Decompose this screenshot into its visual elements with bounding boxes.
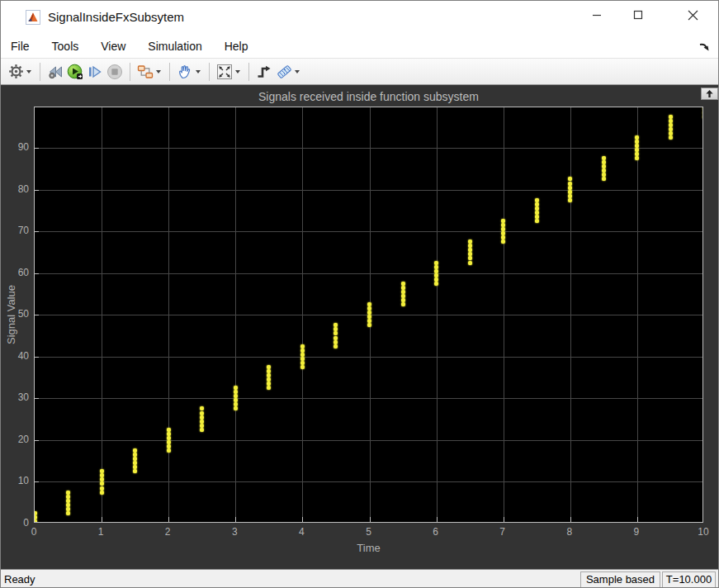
menu-view[interactable]: View <box>101 40 125 53</box>
x-tick-mark <box>637 517 638 522</box>
y-tick-mark <box>35 398 39 399</box>
data-point <box>167 432 171 436</box>
data-point <box>602 164 606 168</box>
menu-tools[interactable]: Tools <box>52 40 79 53</box>
data-point <box>434 261 438 265</box>
data-point <box>200 406 204 410</box>
data-point <box>133 448 137 453</box>
data-point <box>568 177 572 181</box>
x-tick-mark <box>102 517 102 522</box>
data-point <box>133 461 137 465</box>
gear-icon <box>8 64 24 79</box>
data-point <box>300 361 305 365</box>
stop-button[interactable] <box>105 62 125 82</box>
gridline-horizontal <box>35 148 702 149</box>
data-point <box>167 436 171 440</box>
menu-help[interactable]: Help <box>225 40 248 53</box>
data-point <box>635 140 639 144</box>
data-point <box>66 499 70 503</box>
data-point <box>300 365 305 369</box>
gridline-horizontal <box>35 481 702 482</box>
maximize-button[interactable] <box>619 1 657 29</box>
data-point <box>100 486 104 491</box>
data-point <box>434 273 438 277</box>
y-tick-label: 20 <box>1 434 29 445</box>
data-point <box>234 406 238 410</box>
data-point <box>401 282 405 286</box>
data-point <box>333 323 338 327</box>
data-point <box>635 135 639 140</box>
data-point <box>367 323 371 327</box>
data-point <box>501 223 505 227</box>
highlight-block-dropdown-icon[interactable] <box>156 70 161 74</box>
x-tick-label: 3 <box>232 526 238 538</box>
data-point <box>133 465 137 469</box>
maximize-icon <box>633 10 643 20</box>
data-point <box>367 302 371 306</box>
run-button[interactable] <box>65 62 85 82</box>
data-point <box>669 131 673 135</box>
fit-to-view-button[interactable] <box>215 62 234 82</box>
settings-dropdown-icon[interactable] <box>26 70 31 74</box>
data-point <box>34 515 37 519</box>
scope-figure: Signals received inside function subsyst… <box>1 85 719 569</box>
fit-to-view-dropdown-icon[interactable] <box>235 70 240 74</box>
highlight-block-button[interactable] <box>135 62 155 82</box>
gridline-horizontal <box>35 231 702 232</box>
data-point <box>34 511 37 515</box>
x-tick-label: 10 <box>698 526 708 538</box>
data-point <box>367 306 371 311</box>
step-forward-icon <box>87 64 103 80</box>
data-point <box>669 119 673 123</box>
data-point <box>333 327 338 331</box>
data-point <box>535 219 539 223</box>
data-point <box>234 402 238 406</box>
toolbar-separator <box>209 63 210 81</box>
data-point <box>401 302 405 306</box>
dock-arrow-icon[interactable] <box>698 40 711 53</box>
step-back-button[interactable] <box>45 62 65 82</box>
plot-area[interactable] <box>34 107 703 523</box>
data-point <box>501 227 505 231</box>
data-point <box>434 269 438 273</box>
x-tick-label: 1 <box>98 526 104 538</box>
data-point <box>468 252 472 256</box>
close-button[interactable] <box>674 1 712 29</box>
y-tick-mark <box>35 231 39 232</box>
data-point <box>434 265 438 269</box>
trigger-button[interactable] <box>254 62 274 82</box>
title-bar[interactable]: SignalInsideFxSubsytem <box>1 1 718 34</box>
data-point <box>100 473 104 477</box>
data-point <box>267 365 271 369</box>
menu-file[interactable]: File <box>11 40 30 53</box>
settings-button[interactable] <box>6 62 26 82</box>
pan-dropdown-icon[interactable] <box>196 70 201 74</box>
minimize-button[interactable] <box>578 1 616 29</box>
data-point <box>167 428 171 432</box>
run-icon <box>67 64 83 80</box>
measurements-button[interactable] <box>274 62 294 82</box>
toolbar <box>1 59 718 85</box>
data-point <box>234 398 238 402</box>
x-tick-label: 5 <box>366 526 371 538</box>
sample-mode-panel: Sample based <box>580 571 660 588</box>
data-point <box>635 156 639 160</box>
x-tick-label: 7 <box>499 526 505 538</box>
y-tick-mark <box>35 357 39 358</box>
data-point <box>133 453 137 457</box>
measurements-dropdown-icon[interactable] <box>295 70 300 74</box>
data-point <box>669 127 673 131</box>
status-text: Ready <box>4 573 35 586</box>
data-point <box>401 294 405 298</box>
data-point <box>100 477 104 481</box>
menu-simulation[interactable]: Simulation <box>148 40 201 53</box>
minimize-icon <box>592 10 602 20</box>
toolbar-separator <box>248 63 249 81</box>
x-axis-label: Time <box>34 542 703 554</box>
x-tick-mark <box>437 517 438 522</box>
data-point <box>669 135 673 140</box>
data-point <box>200 420 204 424</box>
pan-button[interactable] <box>175 62 195 82</box>
step-forward-button[interactable] <box>85 62 105 82</box>
expand-panel-button[interactable] <box>701 88 718 100</box>
